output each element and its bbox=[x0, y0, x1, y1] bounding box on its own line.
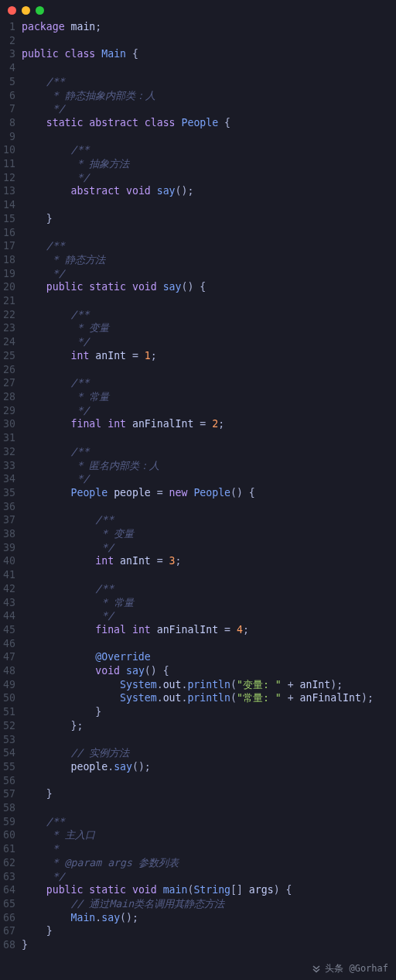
code-content: */ bbox=[22, 102, 396, 116]
line-number: 52 bbox=[0, 719, 22, 733]
line-number: 24 bbox=[0, 335, 22, 349]
code-content bbox=[22, 733, 396, 747]
code-line: 31 bbox=[0, 431, 396, 445]
code-content: * 匿名内部类：人 bbox=[22, 459, 396, 473]
code-content: Main.say(); bbox=[22, 911, 396, 925]
line-number: 21 bbox=[0, 294, 22, 308]
line-number: 7 bbox=[0, 102, 22, 116]
code-content: System.out.println("常量: " + anFinalInt); bbox=[22, 691, 396, 705]
code-content bbox=[22, 294, 396, 308]
line-number: 53 bbox=[0, 733, 22, 747]
line-number: 38 bbox=[0, 527, 22, 541]
code-line: 54 // 实例方法 bbox=[0, 746, 396, 760]
double-chevron-down-icon bbox=[311, 964, 322, 975]
line-number: 39 bbox=[0, 541, 22, 555]
code-line: 21 bbox=[0, 294, 396, 308]
code-line: 65 // 通过Main类名调用其静态方法 bbox=[0, 897, 396, 911]
code-content: */ bbox=[22, 335, 396, 349]
code-line: 2 bbox=[0, 34, 396, 48]
line-number: 67 bbox=[0, 924, 22, 938]
code-content: public class Main { bbox=[22, 47, 396, 61]
line-number: 63 bbox=[0, 870, 22, 884]
code-line: 13 abstract void say(); bbox=[0, 184, 396, 198]
code-content: /** bbox=[22, 75, 396, 89]
code-content bbox=[22, 568, 396, 582]
line-number: 22 bbox=[0, 308, 22, 322]
code-line: 33 * 匿名内部类：人 bbox=[0, 459, 396, 473]
code-line: 49 System.out.println("变量: " + anInt); bbox=[0, 678, 396, 692]
code-content: } bbox=[22, 938, 396, 952]
code-content: people.say(); bbox=[22, 760, 396, 774]
code-content: People people = new People() { bbox=[22, 486, 396, 500]
code-line: 38 * 变量 bbox=[0, 527, 396, 541]
code-content: * 抽象方法 bbox=[22, 157, 396, 171]
code-line: 23 * 变量 bbox=[0, 321, 396, 335]
line-number: 9 bbox=[0, 130, 22, 144]
line-number: 32 bbox=[0, 445, 22, 459]
code-line: 3public class Main { bbox=[0, 47, 396, 61]
line-number: 25 bbox=[0, 349, 22, 363]
footer-attribution: 头条 @Gorhaf bbox=[0, 958, 396, 980]
code-content: void say() { bbox=[22, 664, 396, 678]
code-line: 9 bbox=[0, 130, 396, 144]
code-line: 15 } bbox=[0, 212, 396, 226]
code-content: static abstract class People { bbox=[22, 116, 396, 130]
code-line: 6 * 静态抽象内部类：人 bbox=[0, 89, 396, 103]
code-content bbox=[22, 226, 396, 240]
line-number: 18 bbox=[0, 253, 22, 267]
line-number: 6 bbox=[0, 89, 22, 103]
code-line: 53 bbox=[0, 733, 396, 747]
code-content bbox=[22, 363, 396, 377]
line-number: 28 bbox=[0, 390, 22, 404]
line-number: 19 bbox=[0, 267, 22, 281]
code-content: System.out.println("变量: " + anInt); bbox=[22, 678, 396, 692]
line-number: 14 bbox=[0, 198, 22, 212]
window-titlebar bbox=[0, 0, 396, 20]
line-number: 58 bbox=[0, 801, 22, 815]
code-line: 34 */ bbox=[0, 472, 396, 486]
line-number: 41 bbox=[0, 568, 22, 582]
line-number: 3 bbox=[0, 47, 22, 61]
line-number: 16 bbox=[0, 226, 22, 240]
code-content bbox=[22, 198, 396, 212]
line-number: 27 bbox=[0, 376, 22, 390]
code-line: 68} bbox=[0, 938, 396, 952]
code-content bbox=[22, 34, 396, 48]
line-number: 49 bbox=[0, 678, 22, 692]
line-number: 11 bbox=[0, 157, 22, 171]
code-content: */ bbox=[22, 541, 396, 555]
code-line: 41 bbox=[0, 568, 396, 582]
code-line: 22 /** bbox=[0, 308, 396, 322]
code-content: } bbox=[22, 705, 396, 719]
code-content: } bbox=[22, 787, 396, 801]
line-number: 23 bbox=[0, 321, 22, 335]
line-number: 5 bbox=[0, 75, 22, 89]
code-content: */ bbox=[22, 870, 396, 884]
line-number: 29 bbox=[0, 404, 22, 418]
code-line: 55 people.say(); bbox=[0, 760, 396, 774]
code-content: * bbox=[22, 842, 396, 856]
code-line: 10 /** bbox=[0, 143, 396, 157]
close-icon[interactable] bbox=[8, 6, 16, 15]
code-content: // 通过Main类名调用其静态方法 bbox=[22, 897, 396, 911]
line-number: 44 bbox=[0, 609, 22, 623]
line-number: 61 bbox=[0, 842, 22, 856]
code-content bbox=[22, 500, 396, 514]
code-line: 17 /** bbox=[0, 239, 396, 253]
maximize-icon[interactable] bbox=[36, 6, 44, 15]
line-number: 66 bbox=[0, 911, 22, 925]
line-number: 51 bbox=[0, 705, 22, 719]
minimize-icon[interactable] bbox=[22, 6, 30, 15]
code-content: final int anFinalInt = 4; bbox=[22, 623, 396, 637]
code-content: * 主入口 bbox=[22, 828, 396, 842]
line-number: 17 bbox=[0, 239, 22, 253]
code-line: 39 */ bbox=[0, 541, 396, 555]
line-number: 1 bbox=[0, 20, 22, 34]
code-content: /** bbox=[22, 513, 396, 527]
code-window: 1package main;2 3public class Main {4 5 … bbox=[0, 0, 396, 980]
code-content: /** bbox=[22, 376, 396, 390]
line-number: 37 bbox=[0, 513, 22, 527]
code-content: /** bbox=[22, 308, 396, 322]
code-content: /** bbox=[22, 815, 396, 829]
line-number: 40 bbox=[0, 554, 22, 568]
